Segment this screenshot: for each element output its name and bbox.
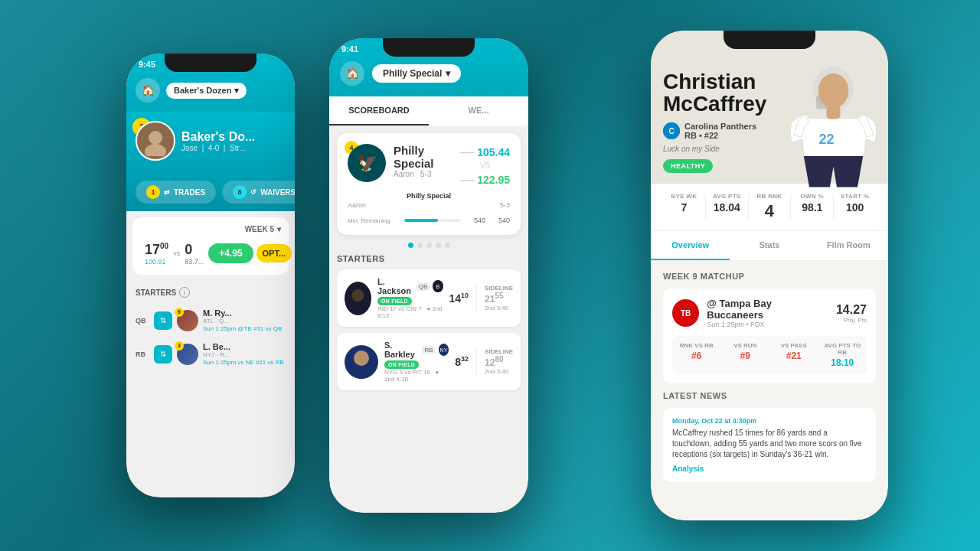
p3-matchup-stats: RNK VS RB #6 VS RUN #9 VS PASS #21 AVG P… bbox=[672, 336, 867, 374]
p2-jackson-info: L. Jackson QB B ON FIELD IND 17 vs CIN 7… bbox=[377, 277, 443, 319]
p3-avg-pts-rb-label: AVG PTS TO RB bbox=[822, 342, 864, 356]
p2-barkley-game: NYG 3 vs PIT 16 ● 2nd 4:10 bbox=[384, 369, 449, 383]
svg-text:C: C bbox=[668, 127, 674, 135]
p2-team-badge[interactable]: Philly Special ▾ bbox=[372, 64, 461, 83]
p2-jackson-name: L. Jackson bbox=[377, 277, 413, 295]
p1-team-name-header: Baker's Dozen bbox=[174, 86, 231, 95]
p3-avg-label: AVG PTS bbox=[706, 193, 748, 200]
p2-barkley-scores: 832 SIDELINE 1280 2nd 3:40 bbox=[455, 348, 513, 375]
p1-pos-qb: QB bbox=[136, 317, 149, 324]
p1-avatar-qb: 6 bbox=[177, 310, 198, 331]
p3-news-link[interactable]: Analysis bbox=[672, 465, 867, 473]
p3-team-info: Carolina Panthers RB • #22 bbox=[684, 122, 756, 140]
p2-team-record: Aaron 5-3 bbox=[394, 170, 452, 178]
p3-own-val: 98.1 bbox=[791, 201, 833, 214]
p3-stat-bye: BYE WK 7 bbox=[663, 193, 705, 221]
notch-2 bbox=[383, 38, 475, 57]
p1-time: 9:45 bbox=[139, 60, 155, 69]
p1-record: 4-0 bbox=[208, 144, 219, 152]
p2-vs-text: VS bbox=[480, 161, 490, 170]
p3-rnk-val: 4 bbox=[749, 201, 791, 221]
svg-point-1 bbox=[145, 144, 166, 156]
p2-jackson-sideline-label: SIDELINE bbox=[485, 285, 513, 292]
notch-3 bbox=[724, 31, 815, 49]
p1-pos-rb: RB bbox=[136, 350, 149, 358]
p1-opt-btn[interactable]: OPT... bbox=[256, 244, 292, 262]
p1-home-button[interactable]: 🏠 bbox=[136, 78, 160, 103]
p2-min-label: Min. Remaining bbox=[348, 217, 401, 224]
p1-waivers-label: WAIVERS bbox=[260, 188, 295, 197]
p1-trades-pill[interactable]: 1 ⇄ TRADES bbox=[136, 181, 216, 204]
p2-score1-row: — 105.44 bbox=[460, 144, 510, 160]
p2-jackson-game: IND 17 vs CIN 7 ● 2nd 8:12 bbox=[377, 305, 443, 319]
p2-jackson-status-row: ON FIELD bbox=[377, 297, 443, 305]
p1-player-rb-team: NYJ - R... bbox=[203, 351, 284, 358]
p1-team-display-name: Baker's Do... bbox=[181, 130, 255, 144]
p2-team-logo: 🦅 bbox=[348, 144, 386, 182]
p2-min-val2: 540 bbox=[488, 217, 510, 224]
tab-film-room[interactable]: Film Room bbox=[809, 231, 888, 260]
p2-score2-row: — 122.95 bbox=[460, 171, 510, 187]
p2-score2: 122.95 bbox=[477, 174, 510, 186]
p1-matchup-row: 1700 100.91 vs 0 83.7... +4.95 OPT... bbox=[140, 240, 281, 267]
p3-player-image: 22 bbox=[758, 49, 888, 194]
tab-we[interactable]: WE... bbox=[429, 96, 528, 126]
p1-info-icon: i bbox=[179, 287, 190, 298]
p2-team-logo-wrapper: 4 🦅 bbox=[348, 144, 386, 182]
p3-vs-run-label: VS RUN bbox=[724, 342, 767, 349]
p1-my-score: 1700 bbox=[145, 242, 168, 258]
p2-min-val1: 540 bbox=[464, 217, 485, 224]
p3-bye-val: 7 bbox=[663, 201, 705, 214]
p2-progress-bar1 bbox=[404, 219, 461, 222]
svg-point-4 bbox=[354, 350, 369, 366]
p1-avatar-section: 2 Baker's Do... Jose | 4-0 | Str... bbox=[126, 112, 295, 173]
p1-status: Str... bbox=[230, 144, 246, 152]
p1-team-badge[interactable]: Baker's Dozen ▾ bbox=[166, 83, 247, 99]
table-row: RB ⇅ 3 L. Be... NYJ - R... Sun 1:25pm vs… bbox=[136, 337, 286, 371]
p2-jackson-sideline: SIDELINE 2155 2nd 3:40 bbox=[476, 285, 513, 311]
p3-opponent-name: @ Tampa Bay Buccaneers bbox=[707, 298, 828, 321]
tab-overview[interactable]: Overview bbox=[651, 231, 730, 260]
p2-tabs-bar: SCOREBOARD WE... bbox=[329, 96, 528, 126]
p1-team-details: Baker's Do... Jose | 4-0 | Str... bbox=[181, 130, 255, 152]
p3-vs-pass-val: #21 bbox=[773, 350, 815, 361]
svg-rect-12 bbox=[827, 106, 841, 119]
p1-matchup-actions: +4.95 OPT... bbox=[208, 243, 292, 263]
p1-avatar-wrapper: 2 bbox=[136, 121, 175, 161]
svg-point-13 bbox=[818, 73, 849, 108]
p2-time: 9:41 bbox=[341, 44, 358, 54]
p2-home-button[interactable]: 🏠 bbox=[340, 61, 364, 86]
p3-stat-avg: AVG PTS 18.04 bbox=[706, 193, 748, 221]
p2-jackson-score-val: 1410 bbox=[449, 292, 469, 305]
p1-swap-rb[interactable]: ⇅ bbox=[154, 345, 172, 364]
p1-plus-btn[interactable]: +4.95 bbox=[208, 243, 253, 263]
table-row: QB ⇅ 6 M. Ry... ATL - Q... Sun 1:25pm @T… bbox=[136, 304, 286, 337]
svg-point-0 bbox=[149, 131, 162, 145]
p3-vs-pass-label: VS PASS bbox=[773, 342, 815, 349]
p2-jackson-scores: 1410 SIDELINE 2155 2nd 3:40 bbox=[449, 285, 514, 311]
p1-player-rb-name: L. Be... bbox=[203, 342, 284, 351]
p3-avg-val: 18.04 bbox=[706, 201, 748, 214]
p1-trades-num: 1 bbox=[146, 185, 160, 199]
p2-team-name-header: Philly Special bbox=[383, 68, 442, 79]
p3-proj-label: Proj. Pts bbox=[836, 317, 867, 324]
p2-barkley-name-row: S. Barkley RB NY bbox=[384, 341, 449, 359]
p2-barkley-status-row: ON FIELD bbox=[384, 360, 449, 369]
p1-waivers-pill[interactable]: 8 ↺ WAIVERS bbox=[222, 181, 295, 204]
p3-vs-pass: VS PASS #21 bbox=[769, 336, 818, 374]
p2-team-full-name: Philly Special bbox=[348, 192, 510, 200]
p1-player-rb-matchup: Sun 1:25pm vs NE #21 vs RB bbox=[203, 359, 284, 366]
tab-scoreboard[interactable]: SCOREBOARD bbox=[329, 96, 429, 126]
p1-opp-score: 0 bbox=[185, 242, 204, 258]
tab-stats[interactable]: Stats bbox=[730, 231, 808, 260]
p1-trades-label: TRADES bbox=[174, 188, 205, 197]
p3-rnk-vs-rb-val: #6 bbox=[675, 350, 718, 361]
p1-avatar bbox=[136, 121, 175, 161]
p2-dot-3 bbox=[426, 243, 432, 248]
p2-starters-header: STARTERS bbox=[337, 254, 521, 263]
p1-swap-qb[interactable]: ⇅ bbox=[154, 311, 172, 330]
notch-1 bbox=[165, 54, 256, 72]
p1-player-qb-team: ATL - Q... bbox=[203, 318, 282, 324]
p3-panthers-logo: C bbox=[663, 122, 680, 139]
p2-teams-row: 4 🦅 Philly Special Aaron 5-3 — 105.4 bbox=[348, 144, 510, 187]
